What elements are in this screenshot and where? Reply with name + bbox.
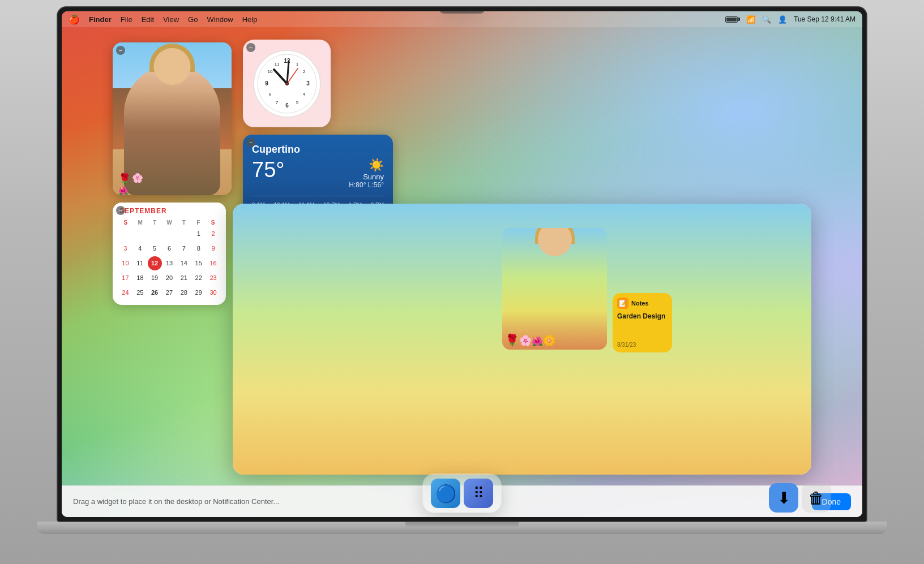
weather-right: ☀️ Sunny H:80° L:56° <box>349 158 384 189</box>
calendar-header: SEPTEMBER <box>113 203 226 217</box>
screen-bezel: 🍎 Finder File Edit View Go Window Help 📶… <box>57 7 867 522</box>
suggestions-row: 12 3 6 9 <box>341 228 802 475</box>
menubar-datetime: Tue Sep 12 9:41 AM <box>794 15 855 23</box>
notes-content: Garden Design <box>617 312 668 320</box>
suggest-photo-widget[interactable]: 🌹🌸🌺🌼 <box>502 228 607 350</box>
search-icon[interactable]: 🔍 <box>762 15 771 24</box>
svg-text:5: 5 <box>296 100 298 105</box>
notes-title: Notes <box>631 300 649 307</box>
svg-text:11: 11 <box>274 62 279 67</box>
help-menu[interactable]: Help <box>242 15 258 24</box>
clock-svg: 12 3 6 9 1 2 4 5 7 8 10 11 <box>256 53 318 115</box>
svg-text:1: 1 <box>296 62 298 67</box>
clock-widget[interactable]: − 12 3 6 9 1 2 4 5 <box>243 40 331 127</box>
suggest-photo-flowers: 🌹🌸🌺🌼 <box>502 310 607 350</box>
weather-temp: 75° <box>252 158 284 182</box>
macbook-base <box>37 522 887 534</box>
bottom-right-icons: ⬇ 🗑 <box>769 483 831 513</box>
photo-widget[interactable]: − 🌹 🌸 🌺 <box>113 42 232 195</box>
clock-widget-remove[interactable]: − <box>246 43 255 52</box>
notes-date: 8/31/23 <box>617 342 636 348</box>
finder-icon: 🔵 <box>435 484 456 503</box>
suggest-photo-inner: 🌹🌸🌺🌼 <box>502 228 607 350</box>
weather-city: Cupertino <box>252 144 384 156</box>
user-icon[interactable]: 👤 <box>778 15 787 24</box>
svg-text:9: 9 <box>265 80 268 87</box>
desktop: 🍎 Finder File Edit View Go Window Help 📶… <box>62 11 862 517</box>
svg-text:8: 8 <box>268 92 271 97</box>
photo-face <box>154 48 191 85</box>
svg-text:3: 3 <box>306 80 310 87</box>
calendar-month: SEPTEMBER <box>119 207 219 215</box>
wifi-icon: 📶 <box>746 15 755 24</box>
weather-sun: ☀️ <box>349 158 384 173</box>
menubar-right: 📶 🔍 👤 Tue Sep 12 9:41 AM <box>725 15 855 24</box>
svg-text:10: 10 <box>267 69 272 74</box>
menubar: 🍎 Finder File Edit View Go Window Help 📶… <box>62 11 862 27</box>
svg-text:4: 4 <box>302 92 305 97</box>
photo-widget-inner: 🌹 🌸 🌺 <box>113 42 232 195</box>
finder-menu[interactable]: Finder <box>89 15 112 24</box>
dock-finder[interactable]: 🔵 <box>431 479 460 508</box>
window-menu[interactable]: Window <box>207 15 233 24</box>
file-menu[interactable]: File <box>121 15 132 24</box>
edit-menu[interactable]: Edit <box>142 15 154 24</box>
macbook-hinge <box>405 522 519 527</box>
weather-widget-remove[interactable]: − <box>246 138 255 147</box>
menubar-left: 🍎 Finder File Edit View Go Window Help <box>69 14 257 25</box>
svg-text:7: 7 <box>275 100 278 105</box>
weather-main: 75° ☀️ Sunny H:80° L:56° <box>252 158 384 189</box>
calendar-weeks: 1 2 3 4 5 6 7 8 9 10 11 12 13 <box>118 227 220 299</box>
suggest-photo-face <box>538 228 572 256</box>
svg-text:2: 2 <box>302 69 305 74</box>
widget-content: Suggestions 12 3 6 9 <box>332 204 811 475</box>
weather-hilo: H:80° L:56° <box>349 181 384 189</box>
weather-condition: Sunny <box>349 173 384 181</box>
calendar-days-header: SMTWTFS <box>118 219 220 226</box>
battery-icon <box>725 16 738 23</box>
calendar-grid: SMTWTFS 1 2 3 4 5 <box>113 217 226 305</box>
notes-header: 📝 Notes <box>617 298 668 309</box>
photo-person: 🌹 🌸 🌺 <box>124 65 220 195</box>
svg-point-17 <box>286 83 288 84</box>
dock-launchpad[interactable]: ⠿ <box>464 479 493 508</box>
trash-icon: 🗑 <box>808 489 824 507</box>
launchpad-icon: ⠿ <box>473 485 484 502</box>
apple-menu[interactable]: 🍎 <box>69 14 80 25</box>
suggest-notes-widget[interactable]: 📝 Notes Garden Design 8/31/23 <box>613 293 672 352</box>
calendar-widget-desktop[interactable]: − SEPTEMBER SMTWTFS <box>113 203 226 305</box>
download-icon: ⬇ <box>777 489 790 507</box>
drag-hint: Drag a widget to place it on the desktop… <box>73 497 279 506</box>
clock-face: 12 3 6 9 1 2 4 5 7 8 10 11 <box>253 50 321 118</box>
photo-flowers-left: 🌹 🌸 🌺 <box>118 173 152 195</box>
macbook-frame: 🍎 Finder File Edit View Go Window Help 📶… <box>0 0 924 564</box>
dock: 🔵 ⠿ <box>423 474 501 513</box>
dock-trash[interactable]: 🗑 <box>802 483 831 513</box>
widget-gallery: 🔍 ▦ All Widgets 🔋 Batteries 📅 <box>233 204 811 475</box>
photo-widget-remove[interactable]: − <box>116 46 125 55</box>
screen: 🍎 Finder File Edit View Go Window Help 📶… <box>62 11 862 517</box>
dock-download[interactable]: ⬇ <box>769 483 798 513</box>
calendar-widget-remove[interactable]: − <box>116 206 125 215</box>
go-menu[interactable]: Go <box>188 15 198 24</box>
notes-header-icon: 📝 <box>617 298 628 309</box>
svg-text:6: 6 <box>285 102 289 109</box>
view-menu[interactable]: View <box>163 15 179 24</box>
